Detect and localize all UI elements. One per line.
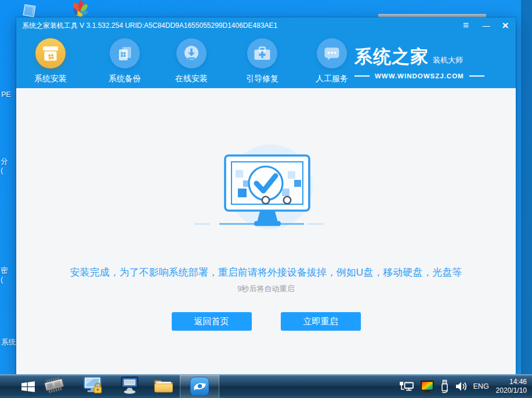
lock-screen-monitor-icon bbox=[82, 376, 104, 395]
menu-icon[interactable]: ≡ bbox=[460, 20, 472, 31]
nav-item-boot-repair[interactable]: 引导修复 bbox=[233, 38, 291, 84]
window-controls: ≡ — × bbox=[460, 17, 511, 34]
flower-gallery-icon bbox=[68, 0, 92, 19]
window-title: 系统之家装机工具 V 3.1.532.254 URID:A5C84DD9A165… bbox=[22, 17, 277, 34]
completion-message: 安装完成，为了不影响系统部署，重启前请将外接设备拔掉，例如U盘，移动硬盘，光盘等 bbox=[16, 266, 516, 279]
back-home-button[interactable]: 返回首页 bbox=[172, 312, 252, 331]
installer-window: 系统之家装机工具 V 3.1.532.254 URID:A5C84DD9A165… bbox=[16, 17, 516, 374]
file-explorer-folder-icon bbox=[153, 377, 174, 395]
start-button[interactable] bbox=[12, 375, 44, 398]
taskbar-clock[interactable]: 14:46 2020/1/10 bbox=[496, 378, 527, 395]
restart-now-button[interactable]: 立即重启 bbox=[281, 312, 361, 331]
online-download-icon bbox=[176, 38, 207, 68]
nav-item-online-install[interactable]: 在线安装 bbox=[162, 38, 220, 84]
brand-url: WWW.WINDOWSZJ.COM bbox=[375, 73, 464, 79]
network-icon[interactable] bbox=[399, 380, 414, 393]
clock-time: 14:46 bbox=[496, 378, 527, 386]
volume-icon[interactable] bbox=[455, 381, 468, 392]
screen-right-shade bbox=[521, 0, 532, 374]
backup-copies-icon bbox=[110, 38, 140, 68]
taskbar-lock-screen[interactable] bbox=[82, 376, 104, 397]
close-icon[interactable]: × bbox=[500, 19, 511, 32]
action-buttons: 返回首页 立即重启 bbox=[16, 312, 516, 331]
system-tray: ENG 14:46 2020/1/10 bbox=[399, 375, 529, 398]
boot-repair-toolbox-icon bbox=[247, 38, 277, 68]
on-screen-keyboard-icon bbox=[119, 376, 140, 395]
install-box-icon bbox=[35, 38, 66, 68]
screen: PE 分 ( 密 ( 系统 系统之家装机工具 V 3.1.532.254 URI… bbox=[0, 0, 532, 398]
taskbar-installer-app-active[interactable] bbox=[180, 375, 219, 398]
windows-logo-icon bbox=[21, 381, 35, 393]
nav-item-support[interactable]: 人工服务 bbox=[303, 38, 361, 84]
brand-title: 系统之家 bbox=[354, 45, 429, 69]
logo-dash-left bbox=[354, 75, 370, 77]
titlebar[interactable]: 系统之家装机工具 V 3.1.532.254 URID:A5C84DD9A165… bbox=[16, 17, 516, 34]
nav-label: 人工服务 bbox=[303, 74, 361, 84]
nav-label: 在线安装 bbox=[162, 74, 220, 84]
brand-subtitle: 装机大师 bbox=[433, 55, 463, 66]
taskbar: ENG 14:46 2020/1/10 bbox=[0, 374, 532, 398]
memory-chip-icon bbox=[43, 376, 66, 395]
desktop-label-mi: 密 ( bbox=[1, 266, 8, 284]
taskbar-file-explorer[interactable] bbox=[153, 377, 174, 397]
minimize-icon[interactable]: — bbox=[480, 21, 491, 30]
nav-label: 引导修复 bbox=[233, 74, 291, 84]
glass-monitor-icon bbox=[22, 3, 38, 18]
display-color-icon[interactable] bbox=[420, 380, 435, 393]
desktop-label-xitong: 系统 bbox=[1, 338, 16, 347]
language-indicator[interactable]: ENG bbox=[473, 382, 489, 390]
installer-app-icon bbox=[190, 377, 209, 396]
clock-date: 2020/1/10 bbox=[496, 386, 527, 395]
logo-dash-right bbox=[469, 75, 484, 77]
nav-item-system-backup[interactable]: 系统备份 bbox=[96, 38, 154, 84]
desktop-label-pe: PE bbox=[1, 90, 11, 99]
desktop-label-fen: 分 ( bbox=[1, 157, 8, 175]
window-header: 系统之家装机工具 V 3.1.532.254 URID:A5C84DD9A165… bbox=[16, 17, 516, 88]
taskbar-memory-chip[interactable] bbox=[43, 376, 66, 397]
restart-countdown: 9秒后将自动重启 bbox=[16, 284, 516, 294]
support-chat-icon bbox=[317, 38, 347, 68]
taskbar-onscreen-keyboard[interactable] bbox=[119, 376, 140, 397]
nav-label: 系统备份 bbox=[96, 74, 154, 84]
usb-eject-icon[interactable] bbox=[440, 379, 449, 393]
nav-item-system-install[interactable]: 系统安装 bbox=[21, 38, 79, 84]
brand-logo: 系统之家 装机大师 WWW.WINDOWSZJ.COM bbox=[354, 45, 501, 79]
nav-label: 系统安装 bbox=[21, 74, 79, 84]
monitor-check-success-icon bbox=[174, 142, 325, 249]
